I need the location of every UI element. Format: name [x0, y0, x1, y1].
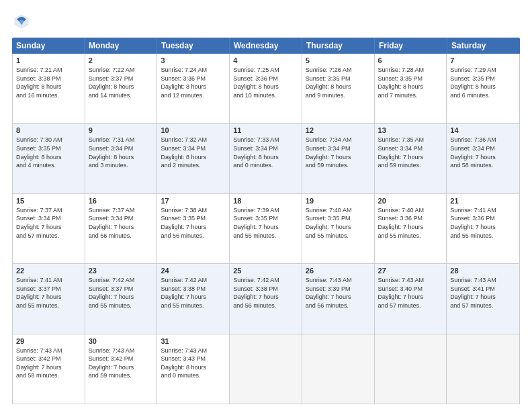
- day-info: Sunrise: 7:42 AMSunset: 3:38 PMDaylight:…: [233, 276, 298, 310]
- day-cell-20: 20Sunrise: 7:40 AMSunset: 3:36 PMDayligh…: [375, 194, 447, 263]
- day-cell-16: 16Sunrise: 7:37 AMSunset: 3:34 PMDayligh…: [85, 194, 158, 263]
- calendar-header: SundayMondayTuesdayWednesdayThursdayFrid…: [12, 38, 520, 54]
- header-day-wednesday: Wednesday: [230, 38, 302, 54]
- day-cell-3: 3Sunrise: 7:24 AMSunset: 3:36 PMDaylight…: [157, 54, 230, 123]
- day-number: 9: [89, 126, 154, 134]
- header-day-tuesday: Tuesday: [157, 38, 230, 54]
- day-info: Sunrise: 7:21 AMSunset: 3:38 PMDaylight:…: [16, 66, 81, 99]
- day-info: Sunrise: 7:36 AMSunset: 3:34 PMDaylight:…: [450, 136, 516, 169]
- day-cell-2: 2Sunrise: 7:22 AMSunset: 3:37 PMDaylight…: [85, 54, 158, 123]
- calendar-body: 1Sunrise: 7:21 AMSunset: 3:38 PMDaylight…: [12, 54, 520, 404]
- day-cell-8: 8Sunrise: 7:30 AMSunset: 3:35 PMDaylight…: [13, 124, 85, 193]
- day-info: Sunrise: 7:30 AMSunset: 3:35 PMDaylight:…: [16, 136, 81, 169]
- calendar-row-4: 22Sunrise: 7:41 AMSunset: 3:37 PMDayligh…: [13, 264, 519, 334]
- calendar-row-1: 1Sunrise: 7:21 AMSunset: 3:38 PMDaylight…: [13, 54, 519, 124]
- day-cell-1: 1Sunrise: 7:21 AMSunset: 3:38 PMDaylight…: [13, 54, 85, 123]
- day-info: Sunrise: 7:40 AMSunset: 3:35 PMDaylight:…: [306, 206, 371, 240]
- day-number: 22: [16, 267, 81, 275]
- header: [12, 12, 520, 31]
- day-number: 20: [378, 197, 443, 205]
- day-cell-18: 18Sunrise: 7:39 AMSunset: 3:35 PMDayligh…: [230, 194, 302, 263]
- day-number: 31: [161, 337, 226, 345]
- day-number: 30: [89, 337, 154, 345]
- day-number: 10: [161, 126, 226, 134]
- calendar-row-2: 8Sunrise: 7:30 AMSunset: 3:35 PMDaylight…: [13, 124, 519, 193]
- day-number: 5: [306, 56, 371, 64]
- day-info: Sunrise: 7:22 AMSunset: 3:37 PMDaylight:…: [89, 66, 154, 99]
- day-cell-10: 10Sunrise: 7:32 AMSunset: 3:34 PMDayligh…: [157, 124, 230, 193]
- day-number: 25: [233, 267, 298, 275]
- day-info: Sunrise: 7:43 AMSunset: 3:40 PMDaylight:…: [378, 276, 443, 310]
- header-day-saturday: Saturday: [447, 38, 520, 54]
- day-info: Sunrise: 7:31 AMSunset: 3:34 PMDaylight:…: [89, 136, 154, 169]
- day-number: 4: [233, 56, 298, 64]
- empty-cell: [375, 334, 447, 404]
- day-number: 12: [306, 126, 371, 134]
- day-number: 27: [378, 267, 443, 275]
- day-number: 6: [378, 56, 443, 64]
- day-info: Sunrise: 7:43 AMSunset: 3:42 PMDaylight:…: [89, 347, 154, 380]
- day-number: 23: [89, 267, 154, 275]
- day-info: Sunrise: 7:38 AMSunset: 3:35 PMDaylight:…: [161, 206, 226, 240]
- day-info: Sunrise: 7:32 AMSunset: 3:34 PMDaylight:…: [161, 136, 226, 169]
- day-info: Sunrise: 7:43 AMSunset: 3:42 PMDaylight:…: [16, 347, 81, 380]
- page: SundayMondayTuesdayWednesdayThursdayFrid…: [0, 0, 532, 411]
- day-cell-23: 23Sunrise: 7:42 AMSunset: 3:37 PMDayligh…: [85, 264, 158, 333]
- day-number: 16: [89, 197, 154, 205]
- day-info: Sunrise: 7:35 AMSunset: 3:34 PMDaylight:…: [378, 136, 443, 169]
- day-cell-26: 26Sunrise: 7:43 AMSunset: 3:39 PMDayligh…: [302, 264, 375, 333]
- day-cell-29: 29Sunrise: 7:43 AMSunset: 3:42 PMDayligh…: [13, 334, 85, 404]
- empty-cell: [230, 334, 302, 404]
- day-cell-24: 24Sunrise: 7:42 AMSunset: 3:38 PMDayligh…: [157, 264, 230, 333]
- day-cell-14: 14Sunrise: 7:36 AMSunset: 3:34 PMDayligh…: [447, 124, 519, 193]
- header-day-sunday: Sunday: [12, 38, 85, 54]
- day-info: Sunrise: 7:26 AMSunset: 3:35 PMDaylight:…: [306, 66, 371, 99]
- empty-cell: [302, 334, 375, 404]
- calendar: SundayMondayTuesdayWednesdayThursdayFrid…: [12, 38, 520, 404]
- day-info: Sunrise: 7:42 AMSunset: 3:38 PMDaylight:…: [161, 276, 226, 310]
- day-cell-4: 4Sunrise: 7:25 AMSunset: 3:36 PMDaylight…: [230, 54, 302, 123]
- day-info: Sunrise: 7:41 AMSunset: 3:37 PMDaylight:…: [16, 276, 81, 310]
- logo-icon: [12, 12, 31, 31]
- day-number: 3: [161, 56, 226, 64]
- day-info: Sunrise: 7:43 AMSunset: 3:39 PMDaylight:…: [306, 276, 371, 310]
- day-number: 11: [233, 126, 298, 134]
- day-info: Sunrise: 7:41 AMSunset: 3:36 PMDaylight:…: [450, 206, 516, 240]
- day-number: 29: [16, 337, 81, 345]
- day-cell-13: 13Sunrise: 7:35 AMSunset: 3:34 PMDayligh…: [375, 124, 447, 193]
- day-number: 1: [16, 56, 81, 64]
- day-cell-25: 25Sunrise: 7:42 AMSunset: 3:38 PMDayligh…: [230, 264, 302, 333]
- day-cell-9: 9Sunrise: 7:31 AMSunset: 3:34 PMDaylight…: [85, 124, 158, 193]
- day-number: 19: [306, 197, 371, 205]
- day-cell-12: 12Sunrise: 7:34 AMSunset: 3:34 PMDayligh…: [302, 124, 375, 193]
- day-number: 24: [161, 267, 226, 275]
- day-info: Sunrise: 7:34 AMSunset: 3:34 PMDaylight:…: [306, 136, 371, 169]
- day-info: Sunrise: 7:24 AMSunset: 3:36 PMDaylight:…: [161, 66, 226, 99]
- day-info: Sunrise: 7:29 AMSunset: 3:35 PMDaylight:…: [450, 66, 516, 99]
- day-info: Sunrise: 7:43 AMSunset: 3:41 PMDaylight:…: [450, 276, 516, 310]
- day-number: 18: [233, 197, 298, 205]
- day-number: 14: [450, 126, 516, 134]
- day-info: Sunrise: 7:37 AMSunset: 3:34 PMDaylight:…: [89, 206, 154, 240]
- day-number: 13: [378, 126, 443, 134]
- day-cell-6: 6Sunrise: 7:28 AMSunset: 3:35 PMDaylight…: [375, 54, 447, 123]
- day-number: 8: [16, 126, 81, 134]
- day-number: 26: [306, 267, 371, 275]
- header-day-thursday: Thursday: [302, 38, 375, 54]
- calendar-row-5: 29Sunrise: 7:43 AMSunset: 3:42 PMDayligh…: [13, 334, 519, 404]
- day-info: Sunrise: 7:42 AMSunset: 3:37 PMDaylight:…: [89, 276, 154, 310]
- day-cell-28: 28Sunrise: 7:43 AMSunset: 3:41 PMDayligh…: [447, 264, 519, 333]
- day-cell-30: 30Sunrise: 7:43 AMSunset: 3:42 PMDayligh…: [85, 334, 158, 404]
- day-number: 28: [450, 267, 516, 275]
- day-cell-19: 19Sunrise: 7:40 AMSunset: 3:35 PMDayligh…: [302, 194, 375, 263]
- day-cell-15: 15Sunrise: 7:37 AMSunset: 3:34 PMDayligh…: [13, 194, 85, 263]
- day-cell-22: 22Sunrise: 7:41 AMSunset: 3:37 PMDayligh…: [13, 264, 85, 333]
- day-info: Sunrise: 7:28 AMSunset: 3:35 PMDaylight:…: [378, 66, 443, 99]
- day-info: Sunrise: 7:39 AMSunset: 3:35 PMDaylight:…: [233, 206, 298, 240]
- day-number: 7: [450, 56, 516, 64]
- header-day-monday: Monday: [85, 38, 157, 54]
- day-info: Sunrise: 7:25 AMSunset: 3:36 PMDaylight:…: [233, 66, 298, 99]
- day-info: Sunrise: 7:33 AMSunset: 3:34 PMDaylight:…: [233, 136, 298, 169]
- logo: [12, 12, 34, 31]
- empty-cell: [447, 334, 519, 404]
